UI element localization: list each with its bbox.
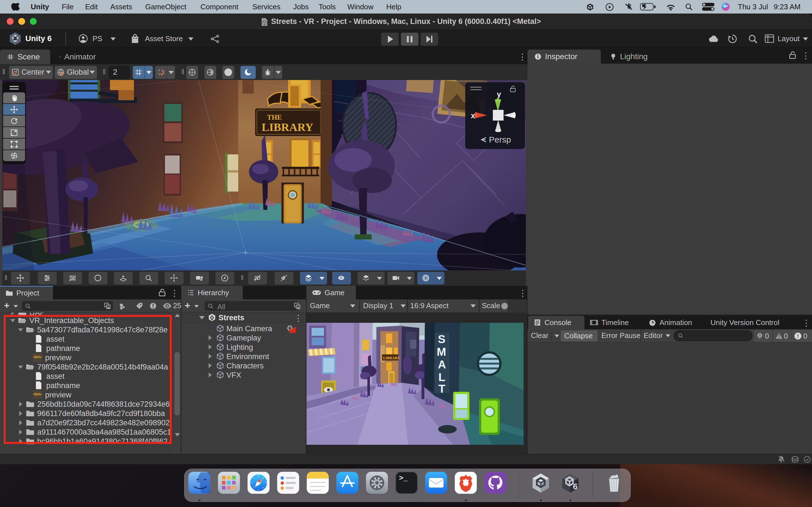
- svg-text:M: M: [437, 346, 446, 358]
- svg-text:T: T: [439, 383, 445, 395]
- svg-text:x: x: [471, 112, 475, 120]
- svg-text:Persp: Persp: [489, 135, 511, 144]
- svg-text:S: S: [438, 333, 446, 345]
- svg-text:6: 6: [573, 482, 578, 491]
- svg-text:A: A: [438, 358, 446, 371]
- svg-text:LIBRARY: LIBRARY: [383, 356, 400, 360]
- svg-text:L: L: [439, 371, 445, 383]
- svg-text:Y: Y: [138, 72, 141, 76]
